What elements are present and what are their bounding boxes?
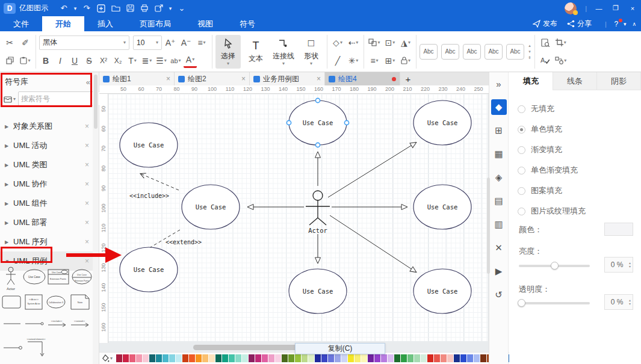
align-text-button[interactable]: ≡▾ xyxy=(194,35,209,50)
connections-icon[interactable]: ✕ xyxy=(491,240,507,256)
presentation-icon[interactable]: ▶ xyxy=(491,264,507,279)
actor-shape[interactable] xyxy=(306,191,330,225)
save-button[interactable] xyxy=(123,2,137,15)
undo-dropdown-icon[interactable]: ▾ xyxy=(71,2,79,15)
symbol-association[interactable] xyxy=(25,322,43,325)
sidebar-group-object-relation[interactable]: ▶对象关系图× xyxy=(0,117,99,136)
color-swatch[interactable] xyxy=(156,354,162,362)
preview-button[interactable] xyxy=(538,35,553,50)
color-swatch[interactable] xyxy=(321,354,327,362)
color-swatch[interactable] xyxy=(215,354,221,362)
symbol-system-boundary[interactable] xyxy=(2,296,20,308)
fill-option-2[interactable]: 渐变填充 xyxy=(509,140,641,160)
spellcheck-button[interactable]: A xyxy=(538,54,553,68)
symbol-extend-element[interactable]: <<extend element>> xyxy=(26,338,45,356)
color-swatch[interactable] xyxy=(242,354,248,362)
bullet-list-button[interactable]: ☰▾ xyxy=(155,54,168,68)
doc-tab-drawing-4[interactable]: 绘图4 xyxy=(325,72,400,85)
style-gallery-expand-icon[interactable]: ⇟ xyxy=(528,55,531,60)
pen-button[interactable]: ╱ xyxy=(330,54,345,68)
color-swatch[interactable] xyxy=(328,354,334,362)
text-style-button[interactable]: T▾ xyxy=(126,54,139,68)
color-swatch[interactable] xyxy=(407,354,413,362)
close-button[interactable]: × xyxy=(624,1,641,16)
style-scroll-down-icon[interactable]: ▾ xyxy=(528,49,531,54)
restore-button[interactable]: ❐ xyxy=(607,1,624,16)
symbol-include-connector[interactable]: <<include>> xyxy=(48,320,66,327)
history-icon[interactable]: ↺ xyxy=(491,287,507,303)
color-swatch[interactable] xyxy=(374,354,380,362)
color-swatch[interactable] xyxy=(414,354,420,362)
publish-button[interactable]: 发布 xyxy=(533,19,557,29)
help-button[interactable]: ? xyxy=(610,20,622,28)
shape-style-1[interactable]: Abc xyxy=(420,44,438,60)
crop-button[interactable]: ▾ xyxy=(554,35,568,50)
underline-button[interactable]: U xyxy=(68,54,81,68)
highlight-button[interactable]: ab▾ xyxy=(169,54,182,68)
sidebar-group-uml-deployment[interactable]: ▶UML 部署× xyxy=(0,213,99,232)
color-swatch[interactable] xyxy=(202,354,208,362)
color-swatch[interactable] xyxy=(341,354,347,362)
close-tab-icon[interactable]: × xyxy=(317,75,321,83)
opacity-slider[interactable] xyxy=(519,302,590,304)
share-button[interactable]: 分享 xyxy=(567,19,592,29)
color-swatch[interactable] xyxy=(235,354,241,362)
menu-tab-page-layout[interactable]: 页面布局 xyxy=(126,16,184,31)
sidebar-group-uml-sequence[interactable]: ▶UML 序列× xyxy=(0,232,99,251)
sidebar-group-uml-activity[interactable]: ▶UML 活动× xyxy=(0,136,99,155)
font-color-button[interactable]: A▾ xyxy=(184,54,197,68)
color-swatch[interactable] xyxy=(275,354,281,362)
subscript-button[interactable]: X₂ xyxy=(111,54,125,68)
shape-style-5[interactable]: Abc xyxy=(506,44,524,60)
customize-toolbar-icon[interactable]: ⌄ xyxy=(175,2,189,15)
font-size-select[interactable]: 10 ▾ xyxy=(133,35,162,50)
color-swatch[interactable] xyxy=(348,354,354,362)
menu-tab-file[interactable]: 文件 xyxy=(0,16,42,31)
brightness-slider[interactable] xyxy=(519,265,590,267)
color-swatch[interactable] xyxy=(447,354,453,362)
align-objects-button[interactable]: ≡▾ xyxy=(367,54,382,68)
fill-option-0[interactable]: 无填充 xyxy=(509,99,641,119)
color-swatch[interactable] xyxy=(249,354,255,362)
print-button[interactable] xyxy=(137,2,152,15)
format-painter-button[interactable]: ✐ xyxy=(18,35,33,50)
resize-button[interactable]: ⊞▾ xyxy=(383,54,397,68)
color-swatch[interactable] xyxy=(282,354,288,362)
doc-tab-drawing-1[interactable]: 绘图1× xyxy=(99,72,175,85)
lock-button[interactable]: ▾ xyxy=(398,54,413,68)
color-swatch[interactable] xyxy=(441,354,447,362)
help-dropdown-icon[interactable]: ▾ xyxy=(624,21,627,27)
italic-button[interactable]: I xyxy=(54,54,67,68)
color-swatch[interactable] xyxy=(288,354,294,362)
color-swatch[interactable] xyxy=(388,354,394,362)
user-avatar[interactable] xyxy=(565,2,577,14)
flip-button[interactable]: ◮▾ xyxy=(398,35,413,50)
symbol-actor[interactable]: Actor xyxy=(6,267,16,291)
color-swatch[interactable] xyxy=(268,354,274,362)
redo-button[interactable]: ↷ xyxy=(79,2,94,15)
fill-style-icon[interactable]: ◆ xyxy=(491,99,507,115)
doc-tab-business-use-case[interactable]: 业务用例图× xyxy=(250,72,325,85)
open-file-button[interactable] xyxy=(108,2,123,15)
symbol-note[interactable]: Note xyxy=(71,295,89,309)
sidebar-group-uml-class[interactable]: ▶UML 类图× xyxy=(0,155,99,174)
color-swatch[interactable] xyxy=(394,354,400,362)
color-swatch[interactable] xyxy=(368,354,374,362)
minimize-button[interactable]: — xyxy=(590,1,607,16)
picture-icon[interactable]: ▦ xyxy=(491,146,507,162)
collapse-sidebar-icon[interactable]: « xyxy=(86,78,90,87)
strikethrough-button[interactable]: S xyxy=(82,54,96,68)
sidebar-scrollbar[interactable] xyxy=(93,72,99,364)
panel-tab-shadow[interactable]: 阴影 xyxy=(597,72,641,90)
sidebar-group-uml-component[interactable]: ▶UML 组件× xyxy=(0,194,99,213)
color-swatch[interactable] xyxy=(182,354,188,362)
association-actor-upper-right[interactable] xyxy=(328,143,416,197)
bold-button[interactable]: B xyxy=(39,54,52,68)
effects-button[interactable]: ✳▾ xyxy=(346,54,361,68)
opacity-spinner[interactable]: 0 % ▴▾ xyxy=(604,294,633,310)
shape-style-3[interactable]: Abc xyxy=(463,44,481,60)
color-swatch[interactable] xyxy=(308,354,314,362)
new-page-button[interactable]: + xyxy=(400,72,416,85)
menu-tab-insert[interactable]: 插入 xyxy=(84,16,126,31)
undo-button[interactable]: ↶ xyxy=(57,2,71,15)
